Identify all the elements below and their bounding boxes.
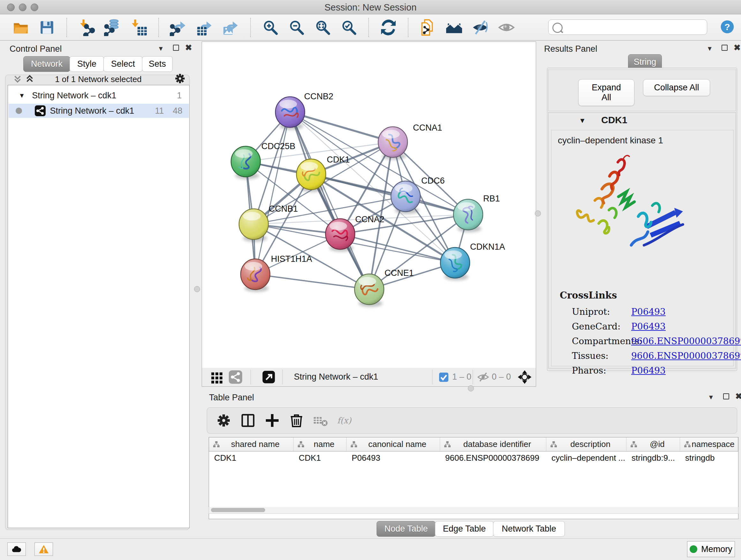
collection-label: String Network – cdk1 bbox=[32, 91, 116, 101]
control-panel-close-icon[interactable]: ✖ bbox=[185, 44, 192, 52]
node-CDC25B[interactable] bbox=[231, 146, 260, 179]
import-database-button[interactable] bbox=[104, 19, 121, 36]
edge-CCNA2-CDKN1A[interactable] bbox=[340, 234, 455, 263]
node-HIST1H1A[interactable] bbox=[241, 259, 270, 292]
collection-expander-icon[interactable]: ▼ bbox=[19, 92, 25, 99]
table-panel-close-icon[interactable]: ✖ bbox=[735, 392, 741, 400]
network-row-selected[interactable]: String Network – cdk1 11 48 bbox=[9, 104, 189, 118]
left-splitter-handle[interactable] bbox=[194, 286, 200, 292]
column-header-name[interactable]: name bbox=[293, 437, 347, 451]
zoom-fit-button[interactable] bbox=[314, 19, 331, 36]
node-CCNA2[interactable] bbox=[326, 219, 355, 252]
tab-edge-table[interactable]: Edge Table bbox=[435, 521, 494, 537]
search-input[interactable] bbox=[565, 21, 704, 33]
tab-network-table[interactable]: Network Table bbox=[493, 521, 565, 537]
tab-sets[interactable]: Sets bbox=[142, 56, 173, 72]
function-builder-icon[interactable]: f(x) bbox=[337, 412, 360, 429]
network-share-icon[interactable] bbox=[229, 370, 242, 384]
control-panel-float-icon[interactable] bbox=[173, 45, 179, 52]
tab-select[interactable]: Select bbox=[104, 56, 143, 72]
crosslink-link[interactable]: 9606.ENSP00000378699 bbox=[631, 351, 741, 361]
cloud-button[interactable] bbox=[7, 543, 26, 556]
network-collection-row[interactable]: ▼ String Network – cdk1 1 bbox=[9, 88, 189, 103]
zoom-in-button[interactable] bbox=[262, 19, 279, 36]
node-CCNB2[interactable] bbox=[275, 97, 305, 130]
toolbar-separator bbox=[408, 18, 408, 37]
edge-CCNB2-CCNA1[interactable] bbox=[290, 112, 393, 142]
selected-checkbox-icon[interactable] bbox=[439, 373, 448, 382]
cell-description[interactable]: cyclin–dependent ... bbox=[546, 451, 626, 465]
zoom-selected-button[interactable] bbox=[340, 19, 357, 36]
crosslink-link[interactable]: P06493 bbox=[631, 307, 666, 317]
cell-shared-name[interactable]: CDK1 bbox=[209, 451, 293, 465]
memory-button[interactable]: Memory bbox=[687, 541, 735, 557]
import-network-button[interactable] bbox=[78, 19, 95, 36]
control-panel-menu-icon[interactable]: ▼ bbox=[158, 45, 164, 52]
node-CCNA1[interactable] bbox=[378, 127, 408, 160]
add-column-icon[interactable] bbox=[264, 412, 280, 429]
tab-network[interactable]: Network bbox=[23, 56, 70, 72]
collapse-all-button[interactable]: Collapse All bbox=[643, 79, 710, 96]
tab-node-table[interactable]: Node Table bbox=[377, 521, 435, 537]
table-gear-icon[interactable] bbox=[215, 412, 232, 429]
crosslink-link[interactable]: P06493 bbox=[631, 321, 666, 332]
save-session-button[interactable] bbox=[38, 19, 56, 36]
column-header-namespace[interactable]: namespace bbox=[680, 437, 738, 451]
table-horizontal-scrollbar[interactable] bbox=[209, 507, 738, 514]
column-header--id[interactable]: @id bbox=[626, 437, 680, 451]
crosslink-link[interactable]: P06493 bbox=[631, 365, 666, 376]
import-table-button[interactable] bbox=[130, 19, 147, 36]
show-results-button[interactable] bbox=[498, 19, 515, 36]
results-panel-menu-icon[interactable]: ▼ bbox=[706, 45, 713, 52]
column-header-database-identifier[interactable]: database identifier bbox=[440, 437, 546, 451]
fit-selected-crosshair-icon[interactable] bbox=[518, 370, 531, 384]
node-CCNE1[interactable] bbox=[354, 274, 384, 307]
hide-results-button[interactable] bbox=[472, 19, 489, 36]
table-row[interactable]: CDK1CDK1P064939606.ENSP00000378699cyclin… bbox=[209, 451, 738, 465]
network-list: ▼ String Network – cdk1 1 String Network… bbox=[8, 85, 190, 528]
export-network-button[interactable] bbox=[170, 19, 187, 36]
node-RB1[interactable] bbox=[454, 199, 483, 232]
export-table-button[interactable] bbox=[196, 19, 213, 36]
node-CDC6[interactable] bbox=[391, 181, 420, 214]
edge-HIST1H1A-CCNE1[interactable] bbox=[255, 274, 369, 289]
crosslink-link[interactable]: 9606.ENSP00000378699 bbox=[631, 336, 741, 347]
cell--id[interactable]: stringdb:9... bbox=[626, 451, 680, 465]
table-panel-float-icon[interactable] bbox=[723, 393, 729, 400]
zoom-out-button[interactable] bbox=[288, 19, 305, 36]
cell-canonical-name[interactable]: P06493 bbox=[347, 451, 440, 465]
help-button[interactable]: ? bbox=[720, 19, 735, 34]
node-CDKN1A[interactable] bbox=[441, 247, 470, 280]
collapse-all-networks-icon[interactable] bbox=[12, 73, 23, 85]
crosslink-label: GeneCard: bbox=[572, 321, 620, 332]
cell-name[interactable]: CDK1 bbox=[293, 451, 347, 465]
export-image-button[interactable] bbox=[222, 19, 239, 36]
column-header-description[interactable]: description bbox=[546, 437, 626, 451]
tab-style[interactable]: Style bbox=[70, 56, 104, 72]
refresh-button[interactable] bbox=[380, 19, 397, 36]
column-header-shared-name[interactable]: shared name bbox=[209, 437, 293, 451]
home-button[interactable] bbox=[446, 19, 463, 36]
delete-table-icon[interactable] bbox=[313, 412, 329, 429]
cdk1-expander-icon[interactable]: ▼ bbox=[579, 117, 586, 125]
open-in-window-icon[interactable] bbox=[262, 370, 275, 384]
birds-eye-grid-icon[interactable] bbox=[210, 370, 224, 384]
results-panel-float-icon[interactable] bbox=[722, 45, 728, 52]
expand-all-networks-icon[interactable] bbox=[24, 73, 35, 85]
table-panel-menu-icon[interactable]: ▼ bbox=[708, 394, 714, 400]
warning-button[interactable] bbox=[35, 543, 53, 556]
network-options-gear-icon[interactable] bbox=[174, 72, 186, 86]
clone-network-button[interactable] bbox=[419, 19, 436, 36]
cell-namespace[interactable]: stringdb bbox=[680, 451, 738, 465]
delete-column-icon[interactable] bbox=[288, 412, 305, 429]
results-panel-close-icon[interactable]: ✖ bbox=[734, 44, 741, 52]
expand-all-button[interactable]: Expand All bbox=[578, 79, 634, 106]
network-canvas[interactable]: CCNB2 CCNA1 CDC25B CDK1 CDC6 RB1CCNB1 CC… bbox=[202, 42, 536, 368]
node-CDK1[interactable] bbox=[296, 159, 326, 192]
open-session-button[interactable] bbox=[12, 19, 29, 36]
column-header-canonical-name[interactable]: canonical name bbox=[347, 437, 440, 451]
node-CCNB1[interactable] bbox=[239, 209, 268, 242]
cell-database-identifier[interactable]: 9606.ENSP00000378699 bbox=[440, 451, 546, 465]
edge-CCNB2-HIST1H1A[interactable] bbox=[255, 112, 290, 274]
split-columns-icon[interactable] bbox=[240, 412, 256, 429]
